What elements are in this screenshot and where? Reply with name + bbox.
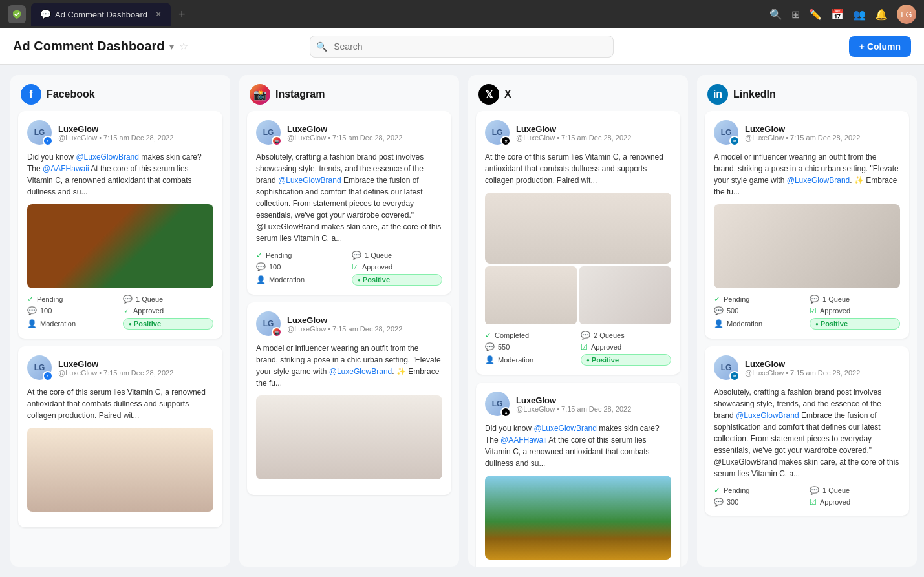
platform-badge: 📷 bbox=[272, 136, 282, 146]
edit-browser-icon[interactable]: ✏️ bbox=[809, 8, 822, 21]
status-item: ☑Approved bbox=[810, 306, 900, 315]
user-handle-time: @LuxeGlow • 7:15 am Dec 28, 2022 bbox=[287, 325, 442, 333]
status-icon: ✓ bbox=[27, 295, 34, 304]
card-text: Did you know @LuxeGlowBrand makes skin c… bbox=[485, 423, 671, 469]
card-image bbox=[714, 204, 900, 288]
user-handle-time: @LuxeGlow • 7:15 am Dec 28, 2022 bbox=[287, 134, 442, 142]
card-image bbox=[27, 204, 213, 288]
browser-action-icons: 🔍 ⊞ ✏️ 📅 👥 🔔 LG bbox=[769, 5, 916, 24]
user-info: LuxeGlow@LuxeGlow • 7:15 am Dec 28, 2022 bbox=[287, 124, 442, 142]
card-text: At the core of this serum lies Vitamin C… bbox=[485, 151, 671, 186]
bell-browser-icon[interactable]: 🔔 bbox=[875, 8, 888, 21]
card-image-grid-item bbox=[579, 266, 671, 324]
platform-icon-linkedin: in bbox=[707, 84, 728, 105]
mention[interactable]: @AAFHawaii bbox=[43, 164, 89, 173]
user-handle-time: @LuxeGlow • 7:15 am Dec 28, 2022 bbox=[516, 405, 671, 413]
add-column-button[interactable]: + Column bbox=[849, 36, 911, 57]
new-tab-button[interactable]: + bbox=[178, 8, 186, 21]
mention[interactable]: @AAFHawaii bbox=[500, 435, 547, 445]
status-item: 👤Moderation bbox=[714, 318, 804, 330]
status-label: Approved bbox=[591, 343, 621, 351]
card-x-1[interactable]: LG✕LuxeGlow@LuxeGlow • 7:15 am Dec 28, 2… bbox=[476, 383, 680, 567]
column-header-linkedin: inLinkedIn bbox=[697, 75, 917, 111]
user-avatar-browser[interactable]: LG bbox=[897, 5, 916, 24]
card-image-grid bbox=[485, 193, 671, 324]
status-icon: 💬 bbox=[810, 295, 819, 304]
status-label: Moderation bbox=[269, 276, 305, 284]
status-item: ✓Pending bbox=[714, 486, 804, 495]
status-item: ✓Pending bbox=[27, 295, 118, 304]
mention[interactable]: @LuxeGlowBrand bbox=[278, 176, 341, 185]
card-text: Absolutely, crafting a fashion brand pos… bbox=[256, 151, 442, 244]
card-user-row: LG✕LuxeGlow@LuxeGlow • 7:15 am Dec 28, 2… bbox=[485, 120, 671, 145]
card-linkedin-1[interactable]: LGinLuxeGlow@LuxeGlow • 7:15 am Dec 28, … bbox=[705, 346, 909, 516]
platform-badge: in bbox=[729, 136, 740, 146]
status-icon: ✓ bbox=[714, 295, 720, 304]
card-status-item: Positive bbox=[123, 318, 213, 330]
card-linkedin-0[interactable]: LGinLuxeGlow@LuxeGlow • 7:15 am Dec 28, … bbox=[705, 111, 909, 339]
users-browser-icon[interactable]: 👥 bbox=[853, 8, 866, 21]
status-item: 💬1 Queue bbox=[123, 295, 213, 304]
column-body-instagram: LG📷LuxeGlow@LuxeGlow • 7:15 am Dec 28, 2… bbox=[239, 111, 459, 503]
card-user-row: LG📷LuxeGlow@LuxeGlow • 7:15 am Dec 28, 2… bbox=[256, 120, 442, 145]
user-handle-time: @LuxeGlow • 7:15 am Dec 28, 2022 bbox=[745, 134, 900, 142]
browser-logo bbox=[8, 5, 26, 23]
user-name: LuxeGlow bbox=[745, 124, 900, 134]
platform-badge: in bbox=[729, 371, 740, 381]
column-title-facebook: Facebook bbox=[47, 89, 95, 100]
mention[interactable]: @LuxeGlowBrand bbox=[787, 176, 850, 185]
card-user-row: LGinLuxeGlow@LuxeGlow • 7:15 am Dec 28, … bbox=[714, 355, 900, 380]
status-item: 👤Moderation bbox=[27, 318, 118, 330]
status-item: ✓Completed bbox=[485, 331, 575, 340]
column-body-x: LG✕LuxeGlow@LuxeGlow • 7:15 am Dec 28, 2… bbox=[468, 111, 688, 567]
status-label: 1 Queue bbox=[822, 295, 850, 303]
tab-close-icon[interactable]: ✕ bbox=[155, 10, 162, 19]
kanban-board: fFacebookLGfLuxeGlow@LuxeGlow • 7:15 am … bbox=[0, 65, 924, 577]
status-item: 💬300 bbox=[714, 498, 804, 507]
status-icon: 💬 bbox=[485, 342, 495, 351]
user-info: LuxeGlow@LuxeGlow • 7:15 am Dec 28, 2022 bbox=[745, 124, 900, 142]
status-icon: ✓ bbox=[256, 251, 263, 260]
card-facebook-1[interactable]: LGfLuxeGlow@LuxeGlow • 7:15 am Dec 28, 2… bbox=[18, 346, 222, 527]
search-input[interactable] bbox=[310, 36, 614, 58]
card-status-row: ✓Pending💬1 Queue💬500☑Approved👤Moderation… bbox=[714, 295, 900, 330]
active-browser-tab[interactable]: 💬 Ad Comment Dashboard ✕ bbox=[31, 3, 171, 26]
search-bar: 🔍 bbox=[310, 36, 614, 58]
platform-badge: f bbox=[43, 136, 53, 146]
user-info: LuxeGlow@LuxeGlow • 7:15 am Dec 28, 2022 bbox=[287, 315, 442, 333]
column-body-linkedin: LGinLuxeGlow@LuxeGlow • 7:15 am Dec 28, … bbox=[697, 111, 917, 523]
user-name: LuxeGlow bbox=[287, 315, 442, 325]
user-name: LuxeGlow bbox=[516, 124, 671, 134]
mention[interactable]: @LuxeGlowBrand bbox=[329, 367, 392, 376]
card-facebook-0[interactable]: LGfLuxeGlow@LuxeGlow • 7:15 am Dec 28, 2… bbox=[18, 111, 222, 339]
card-text: A model or influencer wearing an outfit … bbox=[256, 342, 442, 389]
user-info: LuxeGlow@LuxeGlow • 7:15 am Dec 28, 2022 bbox=[745, 359, 900, 377]
card-image bbox=[27, 428, 213, 512]
card-text: At the core of this serum lies Vitamin C… bbox=[27, 386, 213, 421]
mention[interactable]: @LuxeGlowBrand bbox=[736, 411, 799, 420]
status-label: Approved bbox=[362, 263, 392, 271]
search-browser-icon[interactable]: 🔍 bbox=[769, 8, 782, 21]
card-image-grid-item bbox=[485, 266, 577, 324]
card-instagram-0[interactable]: LG📷LuxeGlow@LuxeGlow • 7:15 am Dec 28, 2… bbox=[247, 111, 451, 295]
user-info: LuxeGlow@LuxeGlow • 7:15 am Dec 28, 2022 bbox=[516, 124, 671, 142]
status-badge-positive: Positive bbox=[581, 354, 671, 366]
card-instagram-1[interactable]: LG📷LuxeGlow@LuxeGlow • 7:15 am Dec 28, 2… bbox=[247, 302, 451, 495]
card-x-0[interactable]: LG✕LuxeGlow@LuxeGlow • 7:15 am Dec 28, 2… bbox=[476, 111, 680, 375]
page-title: Ad Comment Dashboard bbox=[13, 39, 164, 54]
title-chevron-icon[interactable]: ▾ bbox=[169, 41, 174, 52]
status-label: Approved bbox=[820, 307, 850, 315]
user-handle-time: @LuxeGlow • 7:15 am Dec 28, 2022 bbox=[516, 134, 671, 142]
mention[interactable]: @LuxeGlowBrand bbox=[76, 152, 139, 162]
mention[interactable]: @LuxeGlowBrand bbox=[533, 424, 597, 433]
card-status-row: ✓Pending💬1 Queue💬100☑Approved👤Moderation… bbox=[256, 251, 442, 286]
status-item: ✓Pending bbox=[714, 295, 804, 304]
calendar-browser-icon[interactable]: 📅 bbox=[831, 8, 844, 21]
card-status-item: Positive bbox=[810, 318, 900, 330]
user-avatar: LG✕ bbox=[485, 120, 510, 145]
grid-browser-icon[interactable]: ⊞ bbox=[791, 8, 800, 21]
user-avatar: LGin bbox=[714, 120, 738, 145]
status-item: ✓Pending bbox=[256, 251, 347, 260]
platform-icon-instagram: 📸 bbox=[250, 84, 270, 105]
title-star-icon[interactable]: ☆ bbox=[179, 40, 188, 52]
